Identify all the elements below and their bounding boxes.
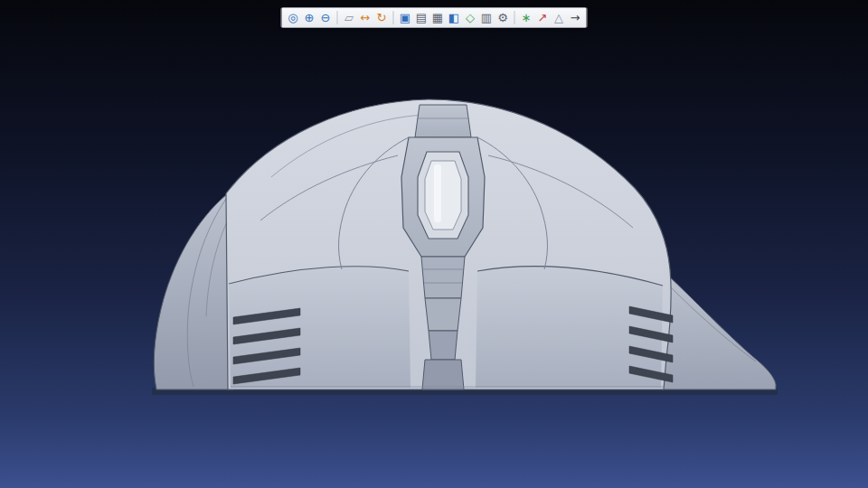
left-button-panel (229, 267, 410, 388)
palm-tail (663, 273, 776, 389)
more-options-icon[interactable]: → (568, 10, 583, 25)
view-styles-icon[interactable]: ▦ (430, 10, 446, 25)
sheets-icon[interactable]: ▥ (479, 10, 495, 25)
orient-icon[interactable]: ↗ (535, 10, 551, 25)
iso-view-icon[interactable]: ◇ (463, 10, 478, 25)
zoom-in-icon[interactable]: ⊕ (302, 10, 317, 25)
mouse-3d-model[interactable] (0, 0, 868, 488)
named-views-icon[interactable]: ▤ (414, 10, 429, 25)
sep-1 (337, 11, 338, 24)
thumb-wing (154, 193, 237, 389)
section-plane-icon[interactable]: △ (552, 10, 567, 25)
view-toolbar: ◎⊕⊖▱↔↻▣▤▦◧◇▥⚙∗↗△→ (281, 7, 588, 28)
model-viewport[interactable]: ◎⊕⊖▱↔↻▣▤▦◧◇▥⚙∗↗△→ (0, 0, 868, 488)
fit-view-icon[interactable]: ▣ (398, 10, 413, 25)
coordinate-triad-icon[interactable]: ∗ (519, 10, 534, 25)
zoom-area-icon[interactable]: ▱ (342, 10, 357, 25)
section-view-icon[interactable]: ◧ (447, 10, 462, 25)
pan-icon[interactable]: ↔ (358, 10, 373, 25)
sep-2 (393, 11, 394, 24)
rotate-view-icon[interactable]: ↻ (374, 10, 390, 25)
sep-3 (514, 11, 515, 24)
display-settings-icon[interactable]: ⚙ (495, 10, 511, 25)
zoom-icon[interactable]: ◎ (286, 10, 301, 25)
zoom-out-icon[interactable]: ⊖ (318, 10, 334, 25)
